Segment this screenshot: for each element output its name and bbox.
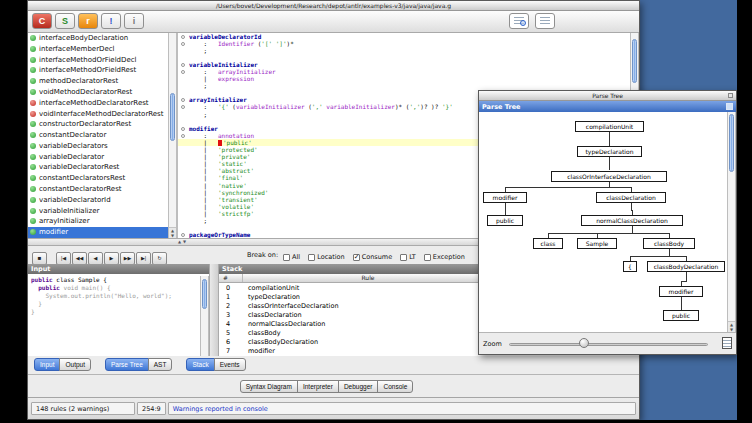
tab-ast[interactable]: AST (148, 358, 173, 371)
gutter-cell[interactable] (178, 40, 189, 47)
rule-list-item[interactable]: constantDeclaratorsRest (28, 173, 168, 184)
scrollbar-arrows-icon[interactable]: ▲▼ (169, 227, 176, 238)
ideas-icon[interactable]: i (124, 13, 144, 29)
window-titlebar[interactable]: /Users/bovet/Development/Research/depot/… (28, 1, 639, 11)
go-to-start-icon[interactable]: |◀ (56, 252, 71, 265)
breakpoint-dot-icon[interactable] (181, 127, 185, 131)
tree-node[interactable]: class (533, 238, 563, 249)
tree-node[interactable]: typeDeclaration (577, 146, 642, 157)
tree-node[interactable]: compilationUnit (575, 121, 644, 132)
tab-output[interactable]: Output (59, 358, 91, 371)
breakpoint-dot-icon[interactable] (181, 42, 185, 46)
gutter-cell[interactable] (178, 231, 189, 238)
gutter-cell[interactable] (178, 68, 189, 75)
breakpoint-dot-icon[interactable] (181, 70, 185, 74)
rule-list-item[interactable]: variableDeclaratorRest (28, 162, 168, 173)
rule-list-scrollbar[interactable]: ▲▼ (168, 33, 177, 239)
splitter-collapse-down-icon[interactable]: ▼ (183, 240, 186, 244)
rule-list-item[interactable]: variableInitializer (28, 205, 168, 216)
gutter-cell[interactable] (178, 61, 189, 68)
detach-icon[interactable] (726, 103, 733, 110)
breakpoint-dot-icon[interactable] (181, 63, 185, 67)
input-text[interactable]: public class Sample { public void main()… (31, 276, 200, 356)
tab-stack[interactable]: Stack (186, 358, 214, 371)
breakpoint-option-location[interactable]: Location (308, 253, 345, 261)
breakpoint-dot-icon[interactable] (181, 105, 185, 109)
syntax-diagram-icon[interactable]: S (55, 13, 75, 29)
step-forward-icon[interactable]: ▶ (104, 252, 119, 265)
export-tree-icon[interactable] (722, 337, 732, 349)
rule-list-item[interactable]: methodDeclaratorRest (28, 76, 168, 87)
checkbox-icon[interactable] (308, 254, 315, 261)
loop-icon[interactable]: ↻ (152, 252, 167, 265)
tree-node[interactable]: normalClassDeclaration (581, 215, 683, 226)
tree-node[interactable]: classBody (643, 238, 695, 249)
tree-node[interactable]: modifier (659, 286, 703, 297)
checkbox-icon[interactable] (353, 254, 360, 261)
rule-list-item[interactable]: voidInterfaceMethodDeclaratorRest (28, 108, 168, 119)
rule-list-item[interactable]: voidMethodDeclaratorRest (28, 87, 168, 98)
tab-console[interactable]: Console (377, 380, 413, 393)
scrollbar-thumb[interactable] (632, 39, 637, 83)
rule-list-item[interactable]: constantDeclarator (28, 130, 168, 141)
column-number[interactable]: # (219, 274, 243, 282)
console-icon[interactable]: C (32, 13, 52, 29)
rule-list-item[interactable]: interfaceMethodDeclaratorRest (28, 97, 168, 108)
checkbox-icon[interactable] (424, 254, 431, 261)
tree-node[interactable]: modifier (483, 192, 527, 203)
scrollbar-thumb[interactable] (729, 114, 734, 172)
breakpoint-option-all[interactable]: All (283, 253, 300, 261)
rule-list-item[interactable]: interfaceMethodOrFieldRest (28, 65, 168, 76)
tree-node[interactable]: classOrInterfaceDeclaration (551, 171, 667, 182)
rule-list-item[interactable]: variableDeclarators (28, 141, 168, 152)
go-to-end-icon[interactable]: ▶| (136, 252, 151, 265)
gutter-cell[interactable] (178, 96, 189, 103)
checkbox-icon[interactable] (400, 254, 407, 261)
tab-syntax-diagram[interactable]: Syntax Diagram (240, 380, 298, 393)
rule-list-item[interactable]: constantDeclaratorRest (28, 184, 168, 195)
rule-list-item[interactable]: arrayInitializer (28, 216, 168, 227)
gutter-cell[interactable] (178, 33, 189, 40)
tree-node[interactable]: { (623, 261, 637, 272)
tree-node[interactable]: classBodyDeclaration (647, 261, 725, 272)
tab-input[interactable]: Input (34, 358, 60, 371)
tab-debugger[interactable]: Debugger (338, 380, 379, 393)
parse-tree-titlebar[interactable]: Parse Tree (479, 91, 736, 101)
zoom-slider-thumb[interactable] (579, 338, 589, 348)
tree-node[interactable]: Sample (577, 238, 617, 249)
rule-list-item[interactable]: interfaceMemberDecl (28, 43, 168, 54)
tab-parse-tree[interactable]: Parse Tree (105, 358, 149, 371)
tree-scrollbar[interactable]: ▲▼ (727, 112, 736, 332)
find-icon[interactable] (509, 13, 529, 29)
zoom-slider-track[interactable] (509, 343, 708, 346)
titlebar-widget-icon[interactable] (728, 93, 733, 98)
tree-node[interactable]: public (663, 310, 699, 321)
checkbox-icon[interactable] (283, 254, 290, 261)
rule-list-item[interactable]: variableDeclarator (28, 151, 168, 162)
tab-interpreter[interactable]: Interpreter (297, 380, 339, 393)
scrollbar-thumb[interactable] (202, 279, 207, 309)
gutter-cell[interactable] (178, 103, 189, 110)
rule-list-item[interactable]: constructorDeclaratorRest (28, 119, 168, 130)
breakpoint-dot-icon[interactable] (181, 35, 185, 39)
breakpoint-option-consume[interactable]: Consume (353, 253, 392, 261)
stop-icon[interactable]: ■ (32, 252, 47, 265)
parse-tree-canvas[interactable]: compilationUnittypeDeclarationclassOrInt… (479, 112, 727, 332)
column-rule[interactable]: Rule (243, 274, 493, 282)
rule-list-item[interactable]: variableDeclaratorId (28, 194, 168, 205)
panel-splitter[interactable] (210, 264, 219, 356)
breakpoint-dot-icon[interactable] (181, 134, 185, 138)
breakpoint-dot-icon[interactable] (181, 98, 185, 102)
gutter-cell[interactable] (178, 125, 189, 132)
gutter-cell[interactable] (178, 132, 189, 139)
goto-rule-icon[interactable] (535, 13, 555, 29)
check-grammar-icon[interactable]: ! (101, 13, 121, 29)
rule-list-item[interactable]: interfaceBodyDeclaration (28, 33, 168, 44)
scrollbar-thumb[interactable] (170, 93, 175, 141)
breakpoint-option-exception[interactable]: Exception (424, 253, 465, 261)
splitter-collapse-up-icon[interactable]: ▲ (178, 240, 181, 244)
fast-rewind-icon[interactable]: ◀◀ (72, 252, 87, 265)
rule-icon[interactable]: r (78, 13, 98, 29)
breakpoint-option-lt[interactable]: LT (400, 253, 416, 261)
tree-node[interactable]: classDeclaration (596, 192, 666, 203)
